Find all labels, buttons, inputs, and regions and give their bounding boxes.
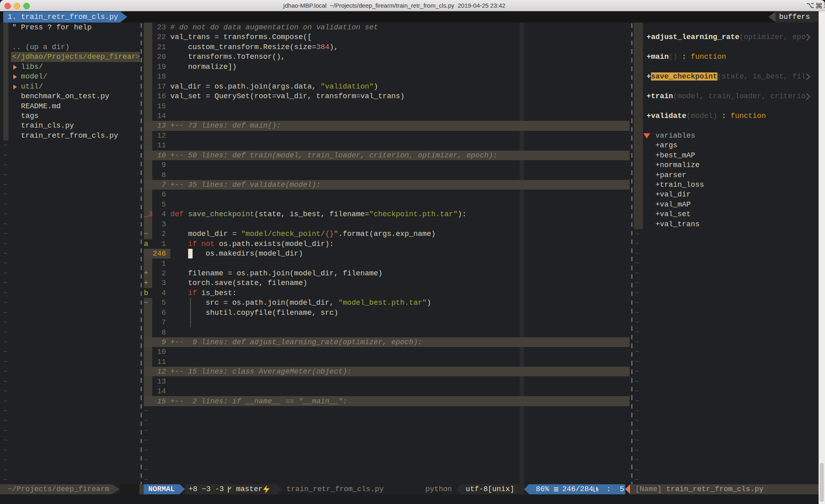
svg-text:1: 1 <box>823 2 825 9</box>
